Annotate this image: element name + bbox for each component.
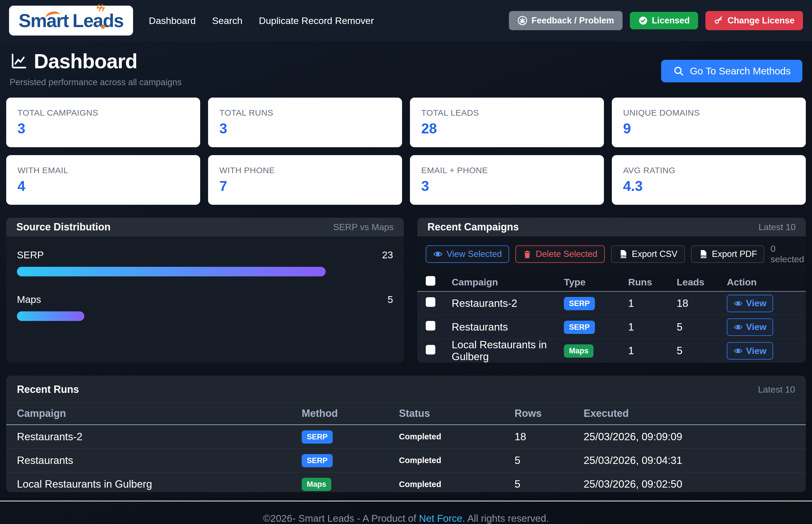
source-distribution-panel: Source Distribution SERP vs Maps SERP 23… <box>6 218 404 363</box>
stat-card-with-phone: WITH PHONE 7 <box>208 155 402 205</box>
file-pdf-icon: PDF <box>698 249 708 259</box>
go-to-search-methods-label: Go To Search Methods <box>690 65 791 77</box>
selected-count: 0 selected <box>770 244 806 264</box>
stat-card-total-campaigns: TOTAL CAMPAIGNS 3 <box>6 98 200 147</box>
view-button[interactable]: View <box>727 295 773 312</box>
recent-runs-table: Campaign Method Status Rows Executed Res… <box>6 403 806 492</box>
leads-count: 5 <box>677 345 727 357</box>
runs-count: 1 <box>628 297 677 309</box>
feedback-problem-button[interactable]: Feedback / Problem <box>509 11 623 30</box>
nav-link-dashboard[interactable]: Dashboard <box>149 15 196 26</box>
leads-count: 18 <box>677 297 727 309</box>
footer: ©2026- Smart Leads - A Product of Net Fo… <box>0 501 812 524</box>
go-to-search-methods-button[interactable]: Go To Search Methods <box>661 60 802 82</box>
campaigns-table-header: Campaign Type Runs Leads Action <box>417 273 806 292</box>
table-row: Restaurants-2 SERP 1 18 View <box>417 292 806 315</box>
method-badge-serp: SERP <box>302 454 333 467</box>
bar-row-maps: Maps 5 <box>17 294 393 321</box>
run-executed: 25/03/2026, 09:02:50 <box>584 478 795 490</box>
delete-selected-button[interactable]: Delete Selected <box>515 245 605 263</box>
view-label: View <box>746 346 766 356</box>
recent-runs-title: Recent Runs <box>17 383 79 395</box>
recent-runs-panel: Recent Runs Latest 10 Campaign Method St… <box>6 376 806 492</box>
run-executed: 25/03/2026, 09:09:09 <box>584 431 795 443</box>
export-csv-button[interactable]: CSV Export CSV <box>611 245 685 263</box>
net-force-link[interactable]: Net Force <box>419 513 462 524</box>
check-circle-icon <box>638 16 648 26</box>
eye-icon <box>734 346 743 355</box>
stat-label: WITH EMAIL <box>17 166 189 175</box>
licensed-label: Licensed <box>652 16 690 26</box>
file-csv-icon: CSV <box>618 249 628 259</box>
view-selected-button[interactable]: View Selected <box>426 245 509 263</box>
bar-label: SERP <box>17 249 44 261</box>
campaign-name: Restaurants <box>452 321 564 333</box>
run-status: Completed <box>399 432 515 441</box>
run-status: Completed <box>399 480 515 489</box>
stat-card-with-email: WITH EMAIL 4 <box>6 155 200 205</box>
row-checkbox[interactable] <box>426 321 435 330</box>
method-badge-maps: Maps <box>302 478 331 491</box>
stat-label: TOTAL RUNS <box>219 108 391 118</box>
col-action: Action <box>727 277 797 288</box>
brand-word-leads: Leads <box>72 10 123 31</box>
footer-text-after: . All rights reserved. <box>462 513 549 524</box>
nav-link-duplicate-record-remover[interactable]: Duplicate Record Remover <box>259 15 374 26</box>
bar-value: 23 <box>382 249 393 261</box>
row-checkbox[interactable] <box>426 345 435 355</box>
stat-card-email-phone: EMAIL + PHONE 3 <box>410 155 604 205</box>
campaign-name: Restaurants-2 <box>452 297 564 309</box>
bug-icon <box>517 16 528 26</box>
footer-text: ©2026- Smart Leads - A Product of Net Fo… <box>263 513 549 524</box>
stat-label: AVG RATING <box>623 166 795 175</box>
campaigns-table: Campaign Type Runs Leads Action Restaura… <box>417 273 806 363</box>
view-button[interactable]: View <box>727 318 773 336</box>
col-runs: Runs <box>628 277 677 288</box>
recent-campaigns-panel: Recent Campaigns Latest 10 View Selected <box>417 218 806 363</box>
nav-links: Dashboard Search Duplicate Record Remove… <box>149 15 374 26</box>
trash-icon <box>523 250 532 259</box>
view-button[interactable]: View <box>727 342 773 360</box>
change-license-label: Change License <box>727 16 795 26</box>
stat-value: 7 <box>219 178 391 194</box>
source-distribution-chart: SERP 23 Maps 5 <box>6 236 404 351</box>
row-checkbox[interactable] <box>426 297 435 307</box>
stat-value: 3 <box>219 120 391 137</box>
leads-count: 5 <box>677 321 727 333</box>
export-pdf-button[interactable]: PDF Export PDF <box>691 245 764 263</box>
campaign-name: Local Restaurants in Gulberg <box>452 339 564 363</box>
col-leads: Leads <box>677 277 727 288</box>
run-status: Completed <box>399 456 515 465</box>
table-row: Restaurants SERP 1 5 View <box>417 315 806 339</box>
brand-word-smart: Smart <box>19 10 68 31</box>
stat-card-total-runs: TOTAL RUNS 3 <box>208 98 402 147</box>
recent-campaigns-latest-badge: Latest 10 <box>759 222 796 232</box>
recent-campaigns-header: Recent Campaigns Latest 10 <box>417 218 806 236</box>
delete-selected-label: Delete Selected <box>536 249 597 259</box>
run-executed: 25/03/2026, 09:04:31 <box>584 455 795 466</box>
source-distribution-subtitle: SERP vs Maps <box>333 222 394 232</box>
stat-label: UNIQUE DOMAINS <box>623 108 795 118</box>
stat-value: 3 <box>17 120 189 137</box>
change-license-button[interactable]: Change License <box>706 11 803 30</box>
col-executed: Executed <box>584 408 795 419</box>
recent-runs-header: Recent Runs Latest 10 <box>6 376 806 403</box>
col-type: Type <box>564 277 628 288</box>
runs-count: 1 <box>628 321 677 333</box>
brand-logo[interactable]: SmartLeads <box>9 6 133 35</box>
stats-grid: TOTAL CAMPAIGNS 3 TOTAL RUNS 3 TOTAL LEA… <box>6 98 806 205</box>
eye-icon <box>734 299 743 308</box>
navbar-actions: Feedback / Problem Licensed <box>509 11 803 30</box>
view-label: View <box>746 298 766 309</box>
licensed-badge: Licensed <box>630 12 698 29</box>
chart-line-icon <box>10 52 28 70</box>
run-rows: 18 <box>515 431 584 443</box>
nav-link-search[interactable]: Search <box>212 15 243 26</box>
select-all-checkbox[interactable] <box>426 276 435 286</box>
stat-value: 4.3 <box>623 178 795 194</box>
eye-icon <box>734 323 743 332</box>
run-campaign: Restaurants <box>17 455 302 466</box>
view-label: View <box>746 322 766 332</box>
source-distribution-title: Source Distribution <box>16 221 111 233</box>
stat-value: 4 <box>17 178 189 194</box>
